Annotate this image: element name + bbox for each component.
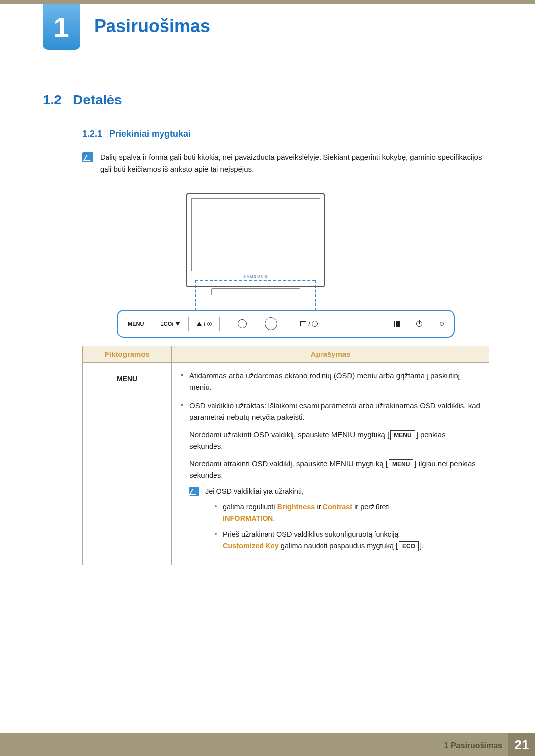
sub-bullet-item: Prieš užrakinant OSD valdiklius sukonfig… bbox=[215, 529, 480, 551]
panel-label-menu: MENU bbox=[128, 321, 144, 327]
paragraph: Norėdami užrakinti OSD valdiklį, spauski… bbox=[189, 429, 480, 452]
highlight-text: Brightness bbox=[277, 503, 315, 511]
footer-bar: 1 Pasiruošimas 21 bbox=[0, 733, 535, 756]
bullet-text: Atidaromas arba uždaromas ekrano rodinių… bbox=[189, 370, 480, 393]
panel-separator bbox=[188, 317, 189, 331]
circle-icon bbox=[238, 319, 247, 328]
bullet-text: OSD valdiklio užraktas: Išlaikomi esami … bbox=[189, 400, 480, 552]
chapter-number-tab: 1 bbox=[43, 4, 80, 50]
sub-note: Jei OSD valdikliai yra užrakinti, galima… bbox=[189, 486, 480, 551]
table-cell-icon-menu: MENU bbox=[83, 363, 172, 565]
bullet-dot-icon bbox=[215, 533, 217, 535]
button-label-box: ECO bbox=[399, 541, 419, 551]
target-icon bbox=[207, 322, 212, 326]
front-buttons-panel: MENU ECO/ / / bbox=[117, 310, 455, 338]
subsection-title: Priekiniai mygtukai bbox=[109, 129, 191, 139]
sub-bullet-text: Prieš užrakinant OSD valdiklius sukonfig… bbox=[223, 529, 424, 551]
footer-breadcrumb: 1 Pasiruošimas bbox=[444, 741, 502, 750]
table-header-description: Aprašymas bbox=[172, 346, 489, 363]
note-icon bbox=[189, 487, 199, 496]
sub-bullet-text: galima reguliuoti Brightness ir Contrast… bbox=[223, 502, 390, 524]
panel-led-icon bbox=[440, 322, 444, 326]
led-icon bbox=[440, 322, 444, 326]
panel-separator bbox=[152, 317, 152, 331]
page-number: 21 bbox=[508, 733, 535, 756]
text-fragment: . bbox=[273, 514, 275, 522]
text-fragment: ]. bbox=[420, 542, 424, 550]
panel-power-icon bbox=[416, 321, 422, 327]
button-label-box: MENU bbox=[389, 459, 413, 469]
text-fragment: galima naudoti paspaudus mygtuką [ bbox=[279, 542, 398, 550]
section-title: Detalės bbox=[73, 92, 122, 107]
monitor-diagram: SAMSUNG MENU ECO/ / / bbox=[82, 193, 489, 341]
text-fragment: Prieš užrakinant OSD valdiklius sukonfig… bbox=[223, 530, 399, 538]
callout-dashed-line bbox=[195, 280, 315, 281]
panel-circle-small bbox=[238, 319, 247, 328]
highlight-text: INFORMATION bbox=[223, 514, 273, 522]
panel-separator bbox=[408, 317, 408, 331]
highlight-text: Customized Key bbox=[223, 542, 279, 550]
panel-label-eco: ECO/ bbox=[160, 321, 180, 327]
button-label-box: MENU bbox=[390, 430, 415, 440]
text-fragment: ir bbox=[315, 503, 322, 511]
bullet-item: Atidaromas arba uždaromas ekrano rodinių… bbox=[181, 370, 480, 393]
text-fragment: ir peržiūrėti bbox=[352, 503, 390, 511]
section-heading: 1.2Detalės bbox=[43, 92, 122, 108]
note-text: Dalių spalva ir forma gali būti kitokia,… bbox=[100, 151, 489, 175]
panel-separator bbox=[219, 317, 220, 331]
text-fragment: Norėdami atrakinti OSD valdiklį, spauski… bbox=[189, 459, 388, 468]
big-circle-icon bbox=[265, 317, 277, 330]
section-number: 1.2 bbox=[43, 92, 62, 107]
paragraph: Norėdami atrakinti OSD valdiklį, spauski… bbox=[189, 458, 480, 481]
monitor-logo-text: SAMSUNG bbox=[243, 275, 268, 278]
bullet-dot-icon bbox=[181, 374, 183, 376]
monitor-frame: SAMSUNG bbox=[186, 193, 325, 287]
bullet-text-line: OSD valdiklio užraktas: Išlaikomi esami … bbox=[189, 400, 480, 423]
source-rect-icon bbox=[300, 321, 306, 326]
chapter-title: Pasiruošimas bbox=[94, 16, 210, 37]
sub-bullet-item: galima reguliuoti Brightness ir Contrast… bbox=[215, 502, 480, 524]
highlight-text: Contrast bbox=[322, 503, 352, 511]
power-icon bbox=[416, 321, 422, 327]
bullet-item: OSD valdiklio užraktas: Išlaikomi esami … bbox=[181, 400, 480, 552]
top-border-bar bbox=[0, 0, 535, 4]
panel-bars-icon bbox=[394, 321, 400, 327]
callout-dashed-line bbox=[315, 280, 316, 311]
panel-source-icon-group: / bbox=[300, 321, 318, 327]
panel-up-icon-group: / bbox=[197, 321, 212, 327]
subsection-heading: 1.2.1 Priekiniai mygtukai bbox=[82, 129, 191, 139]
table-header-icons: Piktogramos bbox=[83, 346, 172, 363]
table-cell-description: Atidaromas arba uždaromas ekrano rodinių… bbox=[172, 363, 489, 565]
panel-circle-large bbox=[265, 317, 277, 330]
subsection-number: 1.2.1 bbox=[82, 129, 102, 139]
buttons-description-table: Piktogramos Aprašymas MENU Atidaromas ar… bbox=[82, 346, 489, 565]
eco-text: ECO/ bbox=[160, 321, 173, 327]
enter-icon bbox=[312, 321, 318, 327]
triangle-down-icon bbox=[175, 322, 180, 326]
bullet-dot-icon bbox=[215, 505, 217, 507]
text-fragment: galima reguliuoti bbox=[223, 503, 277, 511]
text-fragment: Norėdami užrakinti OSD valdiklį, spauski… bbox=[189, 430, 389, 439]
bullet-dot-icon bbox=[181, 404, 183, 406]
sub-note-intro: Jei OSD valdikliai yra užrakinti, bbox=[205, 486, 480, 497]
note-block: Dalių spalva ir forma gali būti kitokia,… bbox=[82, 151, 489, 175]
sub-note-content: Jei OSD valdikliai yra užrakinti, galima… bbox=[205, 486, 480, 551]
monitor-screen bbox=[191, 198, 320, 271]
callout-dashed-line bbox=[195, 280, 196, 311]
triangle-up-icon bbox=[197, 322, 202, 326]
monitor-stand bbox=[211, 288, 300, 295]
table-row: MENU Atidaromas arba uždaromas ekrano ro… bbox=[83, 363, 489, 565]
note-icon bbox=[82, 152, 93, 162]
